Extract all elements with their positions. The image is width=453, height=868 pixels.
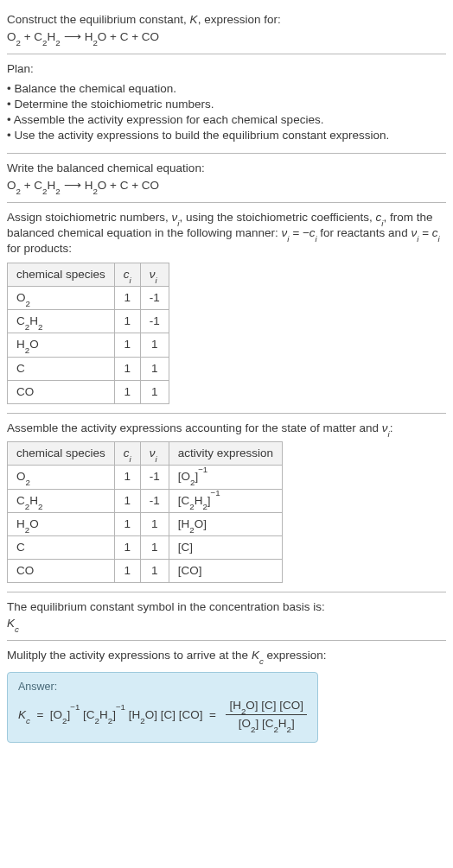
c-symbol: ci [376,211,384,224]
nu-symbol: νi [382,421,390,434]
multiply-section: Mulitply the activity expressions to arr… [7,641,446,667]
table-header-row: chemical species ci νi [8,263,169,286]
activity-intro-b: : [390,421,393,434]
kc-intro: The equilibrium constant symbol in the c… [7,599,446,615]
equation-unbalanced: O2 + C2H2⟶H2O + C + CO [7,29,446,45]
ci-cell: 1 [114,333,140,357]
ci-letter: c [124,447,130,459]
product-form: [O2]−1 [C2H2]−1 [H2O] [C] [CO] [50,707,203,723]
prompt-line: Construct the equilibrium constant, K, e… [7,12,446,28]
table-row: C2H21-1 [8,310,169,333]
ci-cell: 1 [114,466,140,489]
species-cell: O2 [8,286,115,309]
plan-section: Plan: Balance the chemical equation. Det… [7,54,446,152]
stoich-intro-e: for products: [7,242,72,255]
table-row: C2H21-1[C2H2]−1 [8,489,283,512]
stoich-intro: Assign stoichiometric numbers, νi, using… [7,210,446,257]
ci-cell: 1 [114,489,140,512]
activity-cell: [H2O] [169,512,282,535]
equals: = [206,707,219,723]
vi-cell: 1 [140,560,169,583]
activity-cell: [O2]−1 [169,466,282,489]
vi-cell: -1 [140,489,169,512]
ci-cell: 1 [114,286,140,309]
ci-cell: 1 [114,512,140,535]
species-cell: C [8,536,115,560]
table-row: O21-1[O2]−1 [8,466,283,489]
nu-eq-neg: νi = −ci [281,226,316,239]
plan-heading: Plan: [7,61,446,77]
activity-cell: [CO] [169,560,282,583]
col-species: chemical species [8,263,115,286]
kc-inline: Kc [252,649,264,662]
table-row: O21-1 [8,286,169,309]
species-cell: H2O [8,512,115,535]
multiply-intro-a: Mulitply the activity expressions to arr… [7,649,252,662]
answer-box: Answer: Kc = [O2]−1 [C2H2]−1 [H2O] [C] [… [7,672,318,743]
species-cell: C2H2 [8,489,115,512]
table-row: C11[C] [8,536,283,560]
plan-item: Determine the stoichiometric numbers. [7,97,446,112]
activity-intro-a: Assemble the activity expressions accoun… [7,421,382,434]
stoich-table: chemical species ci νi O21-1 C2H21-1 H2O… [7,263,169,404]
ci-letter: c [124,268,130,281]
col-vi: νi [140,442,169,466]
activity-section: Assemble the activity expressions accoun… [7,414,446,592]
plan-item: Use the activity expressions to build th… [7,128,446,143]
vi-cell: 1 [140,536,169,560]
activity-intro: Assemble the activity expressions accoun… [7,421,446,436]
activity-table: chemical species ci νi activity expressi… [7,441,283,583]
col-ci: ci [114,442,140,466]
table-row: C11 [8,357,169,380]
stoich-intro-a: Assign stoichiometric numbers, [7,211,172,224]
ci-cell: 1 [114,310,140,333]
balanced-section: Write the balanced chemical equation: O2… [7,154,446,202]
species-cell: CO [8,560,115,583]
equals: = [34,707,47,723]
ci-cell: 1 [114,536,140,560]
vi-cell: 1 [140,357,169,380]
table-header-row: chemical species ci νi activity expressi… [8,442,283,466]
species-cell: C [8,357,115,380]
fraction-numerator: [H2O] [C] [CO] [226,698,307,715]
ci-cell: 1 [114,560,140,583]
answer-expression: Kc = [O2]−1 [C2H2]−1 [H2O] [C] [CO] = [H… [18,698,307,732]
plan-list: Balance the chemical equation. Determine… [7,81,446,144]
activity-cell: [C] [169,536,282,560]
kc-symbol-section: The equilibrium constant symbol in the c… [7,592,446,639]
col-species: chemical species [8,442,115,466]
plan-item: Assemble the activity expression for eac… [7,112,446,128]
prompt-section: Construct the equilibrium constant, K, e… [7,5,446,54]
kc-symbol: Kc [7,616,446,631]
stoich-intro-b: , using the stoichiometric coefficients, [180,211,376,224]
col-ci: ci [114,263,140,286]
nu-symbol: νi [172,211,180,224]
col-activity: activity expression [169,442,282,466]
table-row: H2O11[H2O] [8,512,283,535]
table-row: H2O11 [8,333,169,357]
prompt-text-a: Construct the equilibrium constant, [7,13,190,26]
plan-item: Balance the chemical equation. [7,81,446,97]
nu-eq-pos: νi = ci [411,226,439,239]
kc-lhs: Kc [18,707,30,723]
ci-cell: 1 [114,380,140,403]
vi-cell: 1 [140,333,169,357]
activity-cell: [C2H2]−1 [169,489,282,512]
stoich-section: Assign stoichiometric numbers, νi, using… [7,203,446,413]
answer-label: Answer: [18,680,307,694]
prompt-text-b: , expression for: [198,13,281,26]
fraction-denominator: [O2] [C2H2] [226,715,307,732]
fraction-form: [H2O] [C] [CO] [O2] [C2H2] [226,698,307,732]
vi-cell: 1 [140,380,169,403]
ci-cell: 1 [114,357,140,380]
vi-cell: -1 [140,310,169,333]
stoich-intro-d: for reactants and [317,226,412,239]
table-row: CO11[CO] [8,560,283,583]
vi-cell: 1 [140,512,169,535]
table-row: CO11 [8,380,169,403]
equation-balanced: O2 + C2H2⟶H2O + C + CO [7,178,446,193]
species-cell: O2 [8,466,115,489]
species-cell: CO [8,380,115,403]
balanced-heading: Write the balanced chemical equation: [7,161,446,176]
multiply-intro-b: expression: [264,649,327,662]
